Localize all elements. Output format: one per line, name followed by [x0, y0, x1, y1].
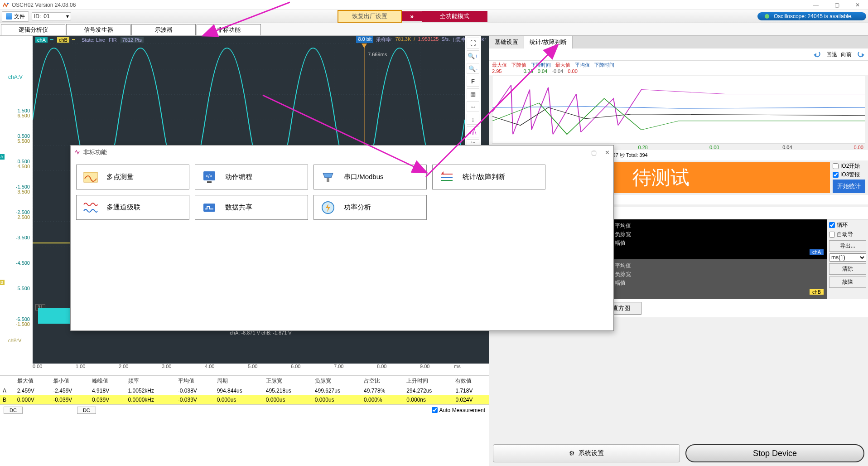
gear-icon: ⚙ — [569, 450, 575, 457]
system-settings-button[interactable]: ⚙ 系统设置 — [493, 444, 680, 462]
svg-point-0 — [7, 2, 9, 4]
state-label: State: Live — [82, 37, 105, 43]
func-cascade[interactable]: 多通道级联 — [76, 195, 189, 220]
loop-checkbox[interactable]: 循环 — [829, 221, 866, 229]
spectrum-icon[interactable] — [467, 126, 479, 137]
stats-icon — [439, 170, 454, 185]
share-icon — [202, 200, 217, 215]
cursor-time: 7.669ms — [368, 52, 387, 57]
x-axis: 0.00 1.00 2.00 3.00 4.00 5.00 6.00 7.00 … — [33, 364, 489, 375]
rtab-basic[interactable]: 基础设置 — [489, 36, 524, 49]
zoom-out-icon[interactable]: 🔍- — [467, 63, 479, 74]
table-row: B 0.000V-0.039V0.039V 0.0000kHz-0.039V0.… — [0, 395, 489, 404]
tab-oscilloscope[interactable]: 示波器 — [131, 24, 196, 35]
cha-badge: chA — [810, 249, 824, 255]
hcursor-icon[interactable]: ↔ — [467, 101, 479, 112]
expand-icon[interactable]: ⛶ — [467, 38, 479, 49]
id-label: ID: — [34, 13, 41, 19]
status-text: Oscilloscope: 24045 is available. — [774, 13, 853, 19]
cha-axis-label: chA:V — [8, 74, 23, 80]
dialog-minimize-button[interactable]: — — [577, 149, 583, 156]
func-share[interactable]: 数据共享 — [195, 195, 308, 220]
stop-device-button[interactable]: Stop Device — [685, 444, 864, 462]
zoom-in-icon[interactable]: 🔍+ — [467, 50, 479, 61]
dialog-icon — [74, 149, 81, 155]
func-stats[interactable]: 统计/故障判断 — [432, 165, 545, 189]
tab-logic-analyzer[interactable]: 逻辑分析仪 — [1, 24, 65, 35]
device-id-select[interactable]: ID: 01 ▾ — [32, 12, 71, 20]
window-title: OSCH02 Version 24.08.06 — [12, 2, 76, 8]
chb-axis-label: chB:V — [8, 338, 21, 343]
file-icon — [6, 13, 12, 19]
io2-checkbox[interactable]: IO2开始 — [833, 162, 865, 170]
func-multipoint[interactable]: 多点测量 — [76, 165, 189, 189]
footer-row: DC DC Auto Measurement — [0, 404, 489, 415]
io3-checkbox[interactable]: IO3警报 — [833, 171, 865, 179]
nav-fwd-label: 向前 — [841, 51, 852, 58]
window-close-button[interactable]: ✕ — [847, 0, 868, 10]
start-stats-button[interactable]: 开始统计 — [833, 180, 865, 193]
restore-defaults-button[interactable]: 恢复出厂设置 — [338, 10, 402, 23]
marker-a[interactable]: A — [0, 154, 5, 160]
measurement-table: 最大值最小值峰峰值 频率平均值周期 正脉宽负脉宽占空比 上升时间有效值 A 2.… — [0, 375, 489, 404]
main-toolbar: 文件 ID: 01 ▾ 恢复出厂设置 » 全功能模式 Oscilloscope:… — [0, 10, 868, 23]
marker-b[interactable]: B — [0, 280, 5, 285]
rtab-stats[interactable]: 统计/故障判断 — [524, 36, 573, 49]
grid-icon[interactable]: ▦ — [467, 88, 479, 99]
mini-chart[interactable] — [492, 76, 865, 144]
cascade-icon — [83, 200, 98, 215]
chb-chip[interactable]: chB — [57, 37, 69, 43]
func-serial[interactable]: 串口/Modbus — [313, 165, 427, 189]
nonstandard-dialog: 非标功能 — ▢ ✕ 多点测量 </>动作编程 串口/Modbus 统计/故障判… — [70, 145, 614, 331]
serial-icon — [320, 170, 336, 185]
window-maximize-button[interactable]: ▢ — [826, 0, 847, 10]
unit-select[interactable]: ms(1) — [829, 253, 866, 262]
export-button[interactable]: 导出... — [829, 240, 866, 252]
dc-b-button[interactable]: DC — [77, 407, 96, 414]
fit-icon[interactable]: F — [467, 76, 479, 87]
sample-label: 采样率: — [376, 36, 392, 43]
rate1: 781.3K — [395, 36, 411, 43]
code-icon: </> — [202, 170, 217, 185]
table-row: A 2.459V-2.459V4.918V 1.0052kHz-0.038V99… — [0, 386, 489, 395]
window-minimize-button[interactable]: — — [805, 0, 826, 10]
file-menu-button[interactable]: 文件 — [2, 11, 29, 22]
dialog-close-button[interactable]: ✕ — [605, 149, 610, 156]
autoexp-checkbox[interactable]: 自动导 — [829, 231, 866, 238]
arrow-button[interactable]: » — [402, 11, 422, 21]
dialog-title: 非标功能 — [83, 148, 107, 156]
file-label: 文件 — [14, 13, 25, 20]
y-axis-labels: chA:V 1.5006.500 0.5005.500 -0.5004.500 … — [0, 80, 33, 340]
cha-chip[interactable]: chA — [35, 37, 48, 43]
power-icon — [320, 200, 336, 215]
fir-label: FIR — [109, 37, 117, 43]
auto-measurement-checkbox[interactable]: Auto Measurement — [432, 407, 485, 413]
multipoint-icon — [83, 170, 98, 185]
tab-signal-generator[interactable]: 信号发生器 — [66, 24, 130, 35]
dialog-maximize-button[interactable]: ▢ — [591, 149, 597, 156]
redo-icon[interactable] — [855, 50, 865, 58]
bits-label: 8.0 bit — [356, 36, 373, 43]
dc-a-button[interactable]: DC — [4, 407, 23, 414]
dropdown-icon: ▾ — [66, 13, 69, 19]
fault-button[interactable]: 故障 — [829, 277, 866, 288]
clear-button[interactable]: 清除 — [829, 263, 866, 275]
func-action-prog[interactable]: </>动作编程 — [195, 165, 308, 189]
func-power[interactable]: 功率分析 — [313, 195, 427, 220]
full-mode-button[interactable]: 全功能模式 — [422, 11, 487, 22]
id-value: 01 — [43, 13, 66, 19]
svg-rect-9 — [492, 76, 865, 143]
chb-badge: chB — [810, 289, 824, 295]
scope-header: chA━ chB━ State: Live FIR 7812 Pts 8.0 b… — [33, 36, 489, 44]
svg-rect-13 — [207, 181, 212, 183]
vcursor-icon[interactable]: ↕ — [467, 114, 479, 125]
status-dot-icon — [765, 14, 769, 19]
pts-label: 7812 Pts — [121, 37, 144, 43]
device-status-pill: Oscilloscope: 24045 is available. — [757, 12, 866, 20]
tab-nonstandard[interactable]: 非标功能 — [197, 24, 261, 35]
app-logo-icon — [3, 2, 9, 8]
window-titlebar: OSCH02 Version 24.08.06 — ▢ ✕ — [0, 0, 868, 10]
undo-icon[interactable] — [813, 50, 823, 58]
rate2: 1.953125 — [418, 36, 439, 43]
main-tabs: 逻辑分析仪 信号发生器 示波器 非标功能 — [0, 23, 868, 36]
